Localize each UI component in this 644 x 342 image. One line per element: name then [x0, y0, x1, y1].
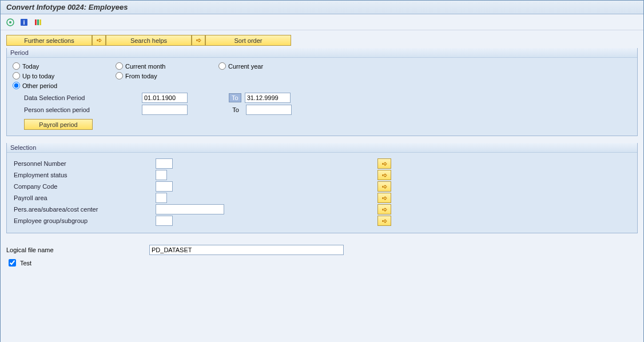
data-selection-row: Data Selection Period To	[24, 93, 631, 103]
logical-file-row: Logical file name	[6, 245, 638, 255]
selection-field-input[interactable]	[156, 204, 224, 214]
test-label: Test	[20, 260, 31, 267]
selection-row: Payroll area➪	[13, 193, 631, 203]
radio-label: From today	[125, 73, 157, 79]
arrow-right-icon: ➪	[382, 160, 387, 168]
payroll-period-button[interactable]: Payroll period	[24, 119, 93, 130]
sap-window: Convert Infotype 0024: Employees i © www…	[0, 0, 644, 342]
data-selection-from-input[interactable]	[142, 93, 188, 103]
svg-text:i: i	[23, 19, 25, 26]
execute-icon[interactable]	[5, 17, 15, 27]
info-icon[interactable]: i	[19, 17, 29, 27]
workarea: © www.tutorialkart.com Further selection…	[1, 30, 643, 342]
selection-field-input[interactable]	[156, 170, 167, 180]
arrow-right-icon: ➪	[196, 37, 201, 44]
svg-rect-7	[39, 19, 41, 25]
multiple-selection-button[interactable]: ➪	[377, 158, 391, 169]
person-selection-row: Person selection period To	[24, 105, 631, 115]
multiple-selection-button[interactable]: ➪	[377, 216, 391, 226]
radio-today[interactable]: Today	[13, 62, 116, 70]
radio-from-today[interactable]: From today	[116, 72, 218, 79]
radio-other-period[interactable]: Other period	[13, 82, 116, 89]
data-selection-label: Data Selection Period	[24, 94, 138, 101]
further-selections-button[interactable]: Further selections	[6, 35, 92, 46]
radio-label: Other period	[22, 82, 57, 89]
selection-field-input[interactable]	[156, 216, 173, 226]
radio-label: Today	[22, 63, 39, 70]
multiple-selection-button[interactable]: ➪	[377, 170, 391, 180]
arrow-right-icon: ➪	[97, 37, 102, 44]
logical-file-input[interactable]	[149, 245, 344, 255]
person-selection-from-input[interactable]	[142, 105, 188, 115]
logical-file-label: Logical file name	[6, 246, 149, 253]
multiple-selection-button[interactable]: ➪	[377, 193, 391, 203]
selection-field-input[interactable]	[156, 193, 167, 203]
svg-rect-6	[37, 19, 39, 25]
arrow-right-icon: ➪	[382, 217, 387, 225]
arrow-button-2[interactable]: ➪	[192, 35, 205, 46]
arrow-right-icon: ➪	[382, 206, 387, 213]
selection-row: Employee group/subgroup➪	[13, 216, 631, 226]
selection-field-label: Payroll area	[13, 194, 156, 201]
selection-legend: Selection	[7, 143, 637, 153]
sort-order-button[interactable]: Sort order	[205, 35, 291, 46]
selection-field-label: Employment status	[13, 172, 156, 178]
radio-label: Up to today	[22, 73, 54, 79]
selection-field-label: Employee group/subgroup	[13, 217, 156, 224]
period-group: Period Today Current month Current year …	[6, 48, 638, 136]
radio-label: Current month	[125, 63, 165, 70]
test-row: Test	[6, 257, 638, 268]
person-selection-label: Person selection period	[24, 106, 138, 113]
search-helps-button[interactable]: Search helps	[106, 35, 192, 46]
selection-field-input[interactable]	[156, 158, 173, 169]
window-title: Convert Infotype 0024: Employees	[1, 1, 643, 14]
bottom-fields: Logical file name Test	[6, 245, 638, 268]
data-selection-to-input[interactable]	[245, 93, 291, 103]
selection-row: Pers.area/subarea/cost center➪	[13, 204, 631, 214]
selection-field-label: Pers.area/subarea/cost center	[13, 206, 156, 213]
arrow-right-icon: ➪	[382, 183, 387, 190]
radio-up-to-today[interactable]: Up to today	[13, 72, 116, 79]
test-checkbox[interactable]	[9, 259, 16, 267]
selection-field-input[interactable]	[156, 181, 173, 192]
multiple-selection-button[interactable]: ➪	[377, 181, 391, 192]
selection-field-label: Company Code	[13, 183, 156, 190]
svg-point-1	[9, 21, 11, 23]
selection-row: Company Code➪	[13, 181, 631, 192]
person-selection-to-input[interactable]	[246, 105, 292, 115]
arrow-button-1[interactable]: ➪	[92, 35, 106, 46]
to-label: To	[229, 106, 243, 113]
selection-group: Selection Personnel Number➪Employment st…	[6, 143, 638, 233]
arrow-right-icon: ➪	[382, 194, 387, 202]
svg-rect-5	[35, 19, 37, 25]
arrow-right-icon: ➪	[382, 172, 387, 179]
selection-row: Personnel Number➪	[13, 158, 631, 169]
variant-icon[interactable]	[33, 17, 43, 27]
to-label-highlighted: To	[229, 93, 241, 102]
period-legend: Period	[7, 48, 637, 58]
radio-label: Current year	[228, 63, 263, 70]
radio-current-year[interactable]: Current year	[218, 62, 321, 70]
period-radio-grid: Today Current month Current year Up to t…	[13, 62, 631, 89]
toolbar: i	[1, 14, 643, 30]
selection-field-label: Personnel Number	[13, 160, 156, 167]
action-buttons-row: Further selections ➪ Search helps ➪ Sort…	[6, 35, 638, 46]
multiple-selection-button[interactable]: ➪	[377, 204, 391, 214]
radio-current-month[interactable]: Current month	[116, 62, 218, 70]
selection-row: Employment status➪	[13, 170, 631, 180]
